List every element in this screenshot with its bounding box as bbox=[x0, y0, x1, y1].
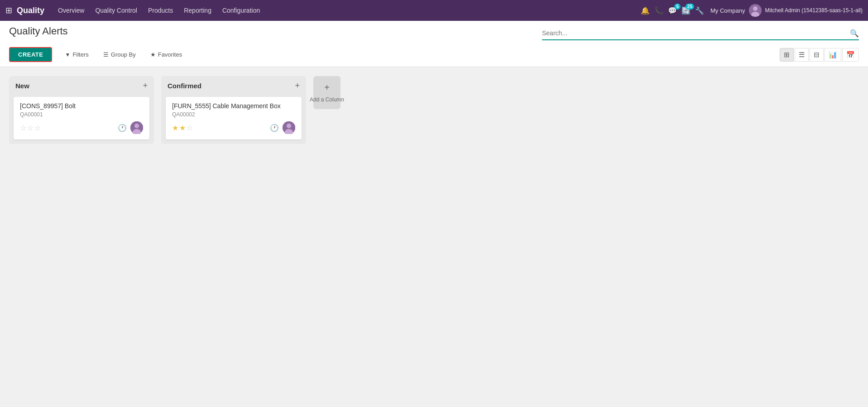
group-by-button[interactable]: ☰ Group By bbox=[100, 49, 139, 60]
card-1-avatar bbox=[130, 121, 143, 134]
filter-icon: ▼ bbox=[65, 52, 70, 58]
chat-icon[interactable]: 💬 5 bbox=[668, 6, 677, 15]
top-nav-icons: 🔔 📞 💬 5 🔄 25 🔧 bbox=[641, 6, 704, 15]
app-grid-icon[interactable]: ⊞ bbox=[5, 5, 12, 15]
star-1-1[interactable]: ☆ bbox=[20, 124, 26, 132]
phone-icon[interactable]: 📞 bbox=[654, 6, 663, 15]
kanban-board: New + [CONS_89957] Bolt QA00001 ☆ ☆ ☆ bbox=[9, 76, 859, 144]
kanban-card-2[interactable]: [FURN_5555] Cable Management Box QA00002… bbox=[166, 97, 302, 139]
create-button-container: CREATE bbox=[9, 47, 52, 62]
view-chart-button[interactable]: 📊 bbox=[825, 48, 841, 62]
card-1-stars[interactable]: ☆ ☆ ☆ bbox=[20, 124, 41, 132]
favorites-button[interactable]: ★ Favorites bbox=[147, 49, 186, 60]
card-2-stars[interactable]: ★ ★ ☆ bbox=[172, 124, 193, 132]
kanban-cards-new: [CONS_89957] Bolt QA00001 ☆ ☆ ☆ 🕐 bbox=[9, 95, 154, 144]
card-1-ref: QA00001 bbox=[20, 111, 143, 118]
header-row-title: Quality Alerts 🔍 bbox=[0, 21, 868, 45]
top-navigation: ⊞ Quality Overview Quality Control Produ… bbox=[0, 0, 868, 21]
favorites-label: Favorites bbox=[158, 51, 182, 58]
search-input[interactable] bbox=[542, 29, 850, 37]
activity-icon[interactable]: 🔄 25 bbox=[681, 6, 691, 15]
user-name: Mitchell Admin (15412385-saas-15-1-all) bbox=[765, 7, 863, 14]
page-header: Quality Alerts 🔍 CREATE ▼ Filters ☰ Grou… bbox=[0, 21, 868, 67]
group-by-icon: ☰ bbox=[103, 51, 109, 58]
column-title-new: New bbox=[15, 82, 29, 90]
header-row-toolbar: CREATE ▼ Filters ☰ Group By ★ Favorites … bbox=[0, 45, 868, 67]
kanban-card-1[interactable]: [CONS_89957] Bolt QA00001 ☆ ☆ ☆ 🕐 bbox=[14, 97, 149, 139]
main-content: New + [CONS_89957] Bolt QA00001 ☆ ☆ ☆ bbox=[0, 67, 868, 393]
filters-label: Filters bbox=[72, 51, 88, 58]
notification-icon[interactable]: 🔔 bbox=[641, 6, 650, 15]
app-name: Quality bbox=[17, 6, 44, 15]
company-name: My Company bbox=[710, 7, 745, 14]
search-icon: 🔍 bbox=[850, 29, 859, 38]
nav-reporting[interactable]: Reporting bbox=[179, 5, 216, 16]
column-title-confirmed: Confirmed bbox=[168, 82, 201, 90]
create-button[interactable]: CREATE bbox=[9, 47, 52, 62]
nav-products[interactable]: Products bbox=[144, 5, 177, 16]
card-2-clock: 🕐 bbox=[270, 124, 279, 132]
filter-view-area: ▼ Filters ☰ Group By ★ Favorites ⊞ ☰ ⊟ 📊… bbox=[61, 48, 859, 62]
nav-quality-control[interactable]: Quality Control bbox=[91, 5, 142, 16]
svg-point-4 bbox=[134, 124, 139, 128]
view-table-button[interactable]: ⊟ bbox=[810, 48, 824, 62]
page-title: Quality Alerts bbox=[9, 25, 68, 37]
star-icon: ★ bbox=[150, 51, 156, 58]
add-column-plus-icon: + bbox=[324, 82, 330, 93]
column-add-confirmed[interactable]: + bbox=[295, 81, 300, 90]
column-add-new[interactable]: + bbox=[143, 81, 148, 90]
filters-button[interactable]: ▼ Filters bbox=[61, 49, 92, 60]
kanban-column-confirmed: Confirmed + [FURN_5555] Cable Management… bbox=[161, 76, 306, 144]
star-2-2[interactable]: ★ bbox=[179, 124, 186, 132]
user-avatar[interactable] bbox=[749, 4, 762, 17]
add-column-label: Add a Column bbox=[310, 96, 344, 103]
activity-badge: 25 bbox=[686, 4, 694, 10]
company-section: My Company Mitchell Admin (15412385-saas… bbox=[710, 4, 863, 17]
group-by-label: Group By bbox=[111, 51, 136, 58]
card-1-meta: 🕐 bbox=[118, 121, 143, 134]
kanban-column-new: New + [CONS_89957] Bolt QA00001 ☆ ☆ ☆ bbox=[9, 76, 154, 144]
nav-configuration[interactable]: Configuration bbox=[218, 5, 264, 16]
star-2-1[interactable]: ★ bbox=[172, 124, 178, 132]
svg-point-1 bbox=[753, 6, 758, 11]
star-1-3[interactable]: ☆ bbox=[34, 124, 41, 132]
chat-badge: 5 bbox=[674, 4, 681, 10]
card-1-footer: ☆ ☆ ☆ 🕐 bbox=[20, 121, 143, 134]
add-column-button[interactable]: + Add a Column bbox=[313, 76, 340, 109]
star-1-2[interactable]: ☆ bbox=[27, 124, 34, 132]
card-2-footer: ★ ★ ☆ 🕐 bbox=[172, 121, 295, 134]
search-container: 🔍 bbox=[542, 27, 859, 40]
column-header-confirmed: Confirmed + bbox=[161, 76, 306, 95]
card-2-ref: QA00002 bbox=[172, 111, 295, 118]
view-list-button[interactable]: ☰ bbox=[795, 48, 809, 62]
card-1-clock: 🕐 bbox=[118, 124, 127, 132]
settings-icon[interactable]: 🔧 bbox=[695, 6, 704, 15]
column-header-new: New + bbox=[9, 76, 154, 95]
card-2-meta: 🕐 bbox=[270, 121, 295, 134]
view-buttons: ⊞ ☰ ⊟ 📊 📅 bbox=[780, 48, 859, 62]
card-2-title: [FURN_5555] Cable Management Box bbox=[172, 102, 295, 110]
star-2-3[interactable]: ☆ bbox=[187, 124, 193, 132]
kanban-cards-confirmed: [FURN_5555] Cable Management Box QA00002… bbox=[161, 95, 306, 144]
card-2-avatar bbox=[283, 121, 295, 134]
filter-buttons: ▼ Filters ☰ Group By ★ Favorites bbox=[61, 49, 186, 60]
card-1-title: [CONS_89957] Bolt bbox=[20, 102, 143, 110]
view-kanban-button[interactable]: ⊞ bbox=[780, 48, 794, 62]
view-calendar-button[interactable]: 📅 bbox=[842, 48, 859, 62]
nav-overview[interactable]: Overview bbox=[53, 5, 89, 16]
svg-point-7 bbox=[287, 124, 291, 128]
